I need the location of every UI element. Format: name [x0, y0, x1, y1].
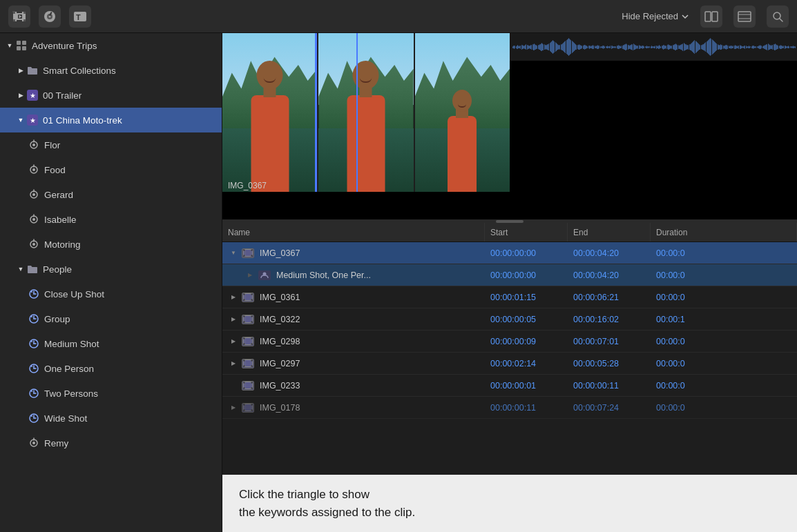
expand-triangle[interactable]: ▶: [228, 292, 239, 303]
sidebar-item-trailer[interactable]: ★ 00 Trailer: [0, 83, 222, 108]
expand-triangle[interactable]: ▶: [228, 358, 239, 369]
cell-end: 00:00:05:28: [568, 359, 651, 368]
expand-icon[interactable]: [6, 41, 14, 50]
expand-triangle[interactable]: [228, 380, 239, 391]
smart-collection-icon: [28, 387, 40, 400]
svg-point-34: [32, 193, 35, 196]
svg-rect-99: [244, 360, 245, 362]
sidebar-item-wide-shot[interactable]: Wide Shot: [0, 406, 222, 431]
cell-duration: 00:00:0: [651, 403, 797, 413]
clip-scene: [415, 33, 510, 192]
sidebar-item-medium-shot[interactable]: Medium Shot: [0, 331, 222, 356]
titles-library-button[interactable]: T: [69, 6, 91, 28]
sidebar-item-flor[interactable]: Flor: [0, 132, 222, 157]
preview-clip-1[interactable]: [222, 33, 318, 192]
divider-handle: [496, 220, 524, 223]
svg-point-65: [31, 415, 32, 417]
table-row[interactable]: ▼ IMG_0367: [222, 242, 797, 264]
cell-name: ▶ IMG_0361: [222, 292, 485, 303]
sidebar-item-smart-collections[interactable]: Smart Collections: [0, 58, 222, 83]
clip-scene: [222, 33, 317, 192]
keyword-icon: [28, 238, 40, 250]
svg-rect-102: [251, 366, 253, 367]
sidebar-item-food[interactable]: Food: [0, 157, 222, 182]
svg-rect-3: [13, 19, 15, 21]
sidebar-item-close-up[interactable]: Close Up Shot: [0, 282, 222, 306]
sidebar-label: 00 Trailer: [43, 90, 216, 101]
col-name[interactable]: Name: [222, 223, 485, 242]
sidebar-item-group[interactable]: Group: [0, 306, 222, 331]
split-view-button[interactable]: [700, 6, 722, 28]
svg-rect-94: [244, 344, 245, 345]
sidebar-item-china-moto[interactable]: ★ 01 China Moto-trek: [0, 108, 222, 132]
sidebar-item-remy[interactable]: Remy: [0, 431, 222, 455]
svg-rect-109: [251, 388, 253, 389]
sidebar-item-people[interactable]: People: [0, 257, 222, 282]
col-end[interactable]: End: [568, 223, 651, 242]
hide-rejected-control[interactable]: Hide Rejected: [622, 11, 689, 21]
col-duration[interactable]: Duration: [651, 223, 797, 242]
expand-triangle[interactable]: ▶: [228, 402, 239, 413]
sidebar-item-isabelle[interactable]: Isabelle: [0, 207, 222, 232]
svg-rect-4: [23, 19, 26, 21]
grid-icon: [15, 39, 28, 52]
svg-rect-18: [738, 12, 751, 21]
waveform: // Generate waveform bars inline (functi…: [510, 33, 797, 61]
expand-triangle[interactable]: ▼: [228, 248, 239, 259]
sidebar-label: 01 China Moto-trek: [43, 115, 216, 126]
sidebar-item-adventure-trips[interactable]: Adventure Trips: [0, 33, 222, 58]
expand-triangle[interactable]: ▶: [244, 270, 256, 281]
table-row[interactable]: IMG_0233 00:00:00:01 00:00:00:11 00:00:0: [222, 375, 797, 397]
svg-point-12: [49, 15, 51, 17]
smile: [458, 104, 466, 108]
smart-collection-icon: [28, 362, 40, 375]
svg-rect-87: [244, 322, 245, 323]
person-body: [251, 95, 289, 192]
svg-point-61: [31, 391, 32, 392]
cell-duration: 00:00:0: [651, 270, 797, 280]
smart-collection-icon: [28, 412, 40, 424]
film-icon: [242, 403, 254, 413]
cell-name: ▶ Medium Shot, One Per...: [222, 270, 485, 281]
filmstrip-view-button[interactable]: [733, 6, 756, 28]
cell-start: 00:00:00:01: [485, 381, 568, 391]
sidebar-item-motoring[interactable]: Motoring: [0, 232, 222, 257]
film-library-button[interactable]: [8, 6, 30, 28]
svg-line-22: [780, 19, 782, 21]
film-icon: [242, 337, 254, 346]
keyword-icon: [28, 437, 40, 449]
svg-rect-70: [244, 250, 245, 251]
expand-icon[interactable]: [17, 116, 25, 124]
keyword-icon: [28, 139, 40, 151]
cell-end: 00:00:07:24: [568, 403, 651, 413]
table-row[interactable]: ▶ Medium Shot, One Per... 00:00:00:00 00…: [222, 264, 797, 286]
table-row[interactable]: ▶ IMG_0178: [222, 397, 797, 419]
cell-duration: 00:00:0: [651, 337, 797, 346]
sidebar-label: Isabelle: [44, 215, 216, 225]
table-row[interactable]: ▶ IMG_0322: [222, 308, 797, 331]
sidebar-label: One Person: [44, 364, 216, 374]
sidebar-label: Food: [44, 165, 216, 175]
expand-triangle[interactable]: ▶: [228, 336, 239, 347]
preview-clip-3[interactable]: [415, 33, 510, 192]
sidebar-label: People: [43, 264, 216, 275]
cell-name: ▶ IMG_0297: [222, 358, 485, 369]
sidebar-item-two-persons[interactable]: Two Persons: [0, 381, 222, 406]
table-row[interactable]: ▶ IMG_0298: [222, 331, 797, 353]
smile: [360, 77, 372, 83]
sidebar-item-one-person[interactable]: One Person: [0, 356, 222, 381]
expand-icon[interactable]: [17, 91, 25, 99]
cell-duration: 00:00:0: [651, 293, 797, 302]
sidebar-label: Close Up Shot: [44, 289, 216, 299]
expand-triangle[interactable]: ▶: [228, 314, 239, 325]
audio-library-button[interactable]: [39, 6, 61, 28]
table-row[interactable]: ▶ IMG_0361: [222, 286, 797, 308]
sidebar-item-gerard[interactable]: Gerard: [0, 182, 222, 207]
col-start[interactable]: Start: [485, 223, 568, 242]
preview-clip-2[interactable]: [318, 33, 414, 192]
expand-icon[interactable]: [17, 265, 25, 273]
star-badge-icon: ★: [26, 89, 39, 101]
search-button[interactable]: [767, 6, 789, 28]
table-row[interactable]: ▶ IMG_0297: [222, 353, 797, 375]
expand-icon[interactable]: [17, 66, 25, 75]
